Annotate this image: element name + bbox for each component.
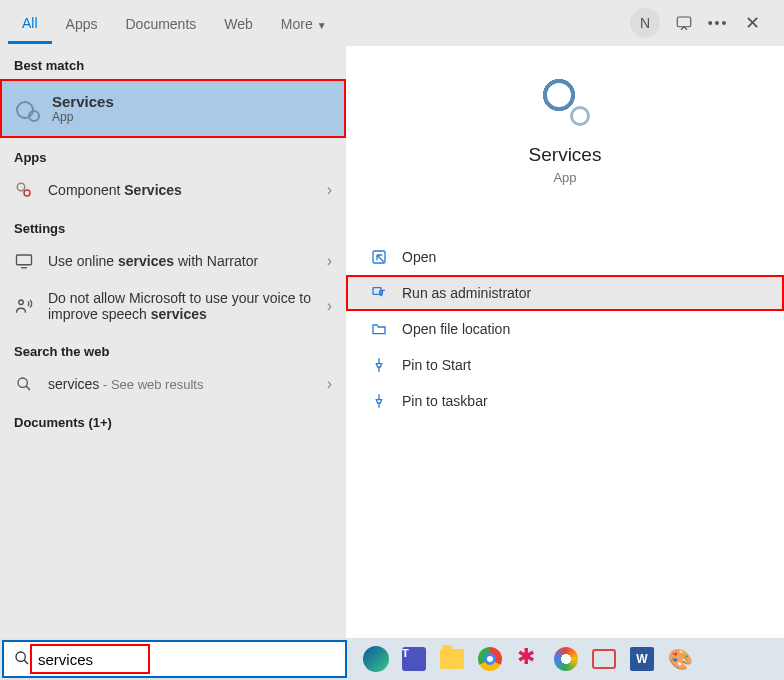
svg-point-4 [19,300,24,305]
more-options-icon[interactable]: ••• [708,13,728,33]
taskbar-snip-icon[interactable] [589,644,619,674]
result-label: Do not allow Microsoft to use your voice… [48,290,313,322]
action-label: Pin to Start [402,357,471,373]
chevron-right-icon: › [327,252,332,270]
preview-subtitle: App [553,170,576,185]
monitor-icon [14,252,34,270]
action-run-as-administrator[interactable]: Run as administrator [346,275,784,311]
section-settings: Settings [0,209,346,242]
pin-icon [370,392,388,410]
svg-point-2 [24,190,30,196]
tab-web[interactable]: Web [210,4,267,42]
tab-apps[interactable]: Apps [52,4,112,42]
section-best-match: Best match [0,46,346,79]
search-tabs: All Apps Documents Web More▼ N ••• ✕ [0,0,784,46]
taskbar-explorer-icon[interactable] [437,644,467,674]
web-result-services[interactable]: services - See web results › [0,365,346,403]
section-apps: Apps [0,138,346,171]
chevron-right-icon: › [327,375,332,393]
svg-rect-3 [17,255,32,265]
folder-icon [370,320,388,338]
action-open[interactable]: Open [346,239,784,275]
action-label: Run as administrator [402,285,531,301]
result-label: Use online services with Narrator [48,253,313,269]
action-open-file-location[interactable]: Open file location [346,311,784,347]
services-icon [16,98,38,120]
user-avatar[interactable]: N [630,8,660,38]
result-label: services - See web results [48,376,313,392]
taskbar-word-icon[interactable]: W [627,644,657,674]
action-pin-to-taskbar[interactable]: Pin to taskbar [346,383,784,419]
taskbar-teams-icon[interactable]: T [399,644,429,674]
preview-title: Services [529,144,602,166]
admin-shield-icon [370,284,388,302]
taskbar-chrome-icon[interactable] [475,644,505,674]
taskbar-edge-icon[interactable] [361,644,391,674]
results-panel: Best match Services App Apps Component S… [0,46,346,638]
taskbar-slack-icon[interactable] [513,644,543,674]
tab-all[interactable]: All [8,3,52,44]
taskbar-paint-icon[interactable]: 🎨 [665,644,695,674]
preview-panel: Services App Open Run as administrator O… [346,46,784,638]
result-label: Component Services [48,182,313,198]
section-documents[interactable]: Documents (1+) [0,403,346,436]
svg-rect-0 [677,17,691,27]
svg-point-1 [17,183,25,191]
section-search-web: Search the web [0,332,346,365]
chevron-right-icon: › [327,297,332,315]
feedback-icon[interactable] [674,13,694,33]
component-services-icon [14,181,34,199]
search-icon [14,650,30,669]
action-label: Open file location [402,321,510,337]
best-match-subtitle: App [52,110,114,124]
action-label: Pin to taskbar [402,393,488,409]
pin-icon [370,356,388,374]
taskbar-google-icon[interactable] [551,644,581,674]
app-result-component-services[interactable]: Component Services › [0,171,346,209]
services-hero-icon [540,76,590,126]
best-match-title: Services [52,93,114,110]
search-icon [14,376,34,392]
taskbar: T W 🎨 [0,638,784,680]
tab-documents[interactable]: Documents [111,4,210,42]
action-label: Open [402,249,436,265]
taskbar-search[interactable] [2,640,347,678]
svg-point-8 [16,652,25,661]
setting-narrator-services[interactable]: Use online services with Narrator › [0,242,346,280]
action-pin-to-start[interactable]: Pin to Start [346,347,784,383]
tab-more[interactable]: More▼ [267,4,341,42]
close-icon[interactable]: ✕ [742,13,762,33]
setting-speech-services[interactable]: Do not allow Microsoft to use your voice… [0,280,346,332]
svg-point-5 [18,378,27,387]
chevron-down-icon: ▼ [317,20,327,31]
chevron-right-icon: › [327,181,332,199]
search-input[interactable] [38,651,335,668]
best-match-item[interactable]: Services App [0,79,346,138]
person-speaking-icon [14,297,34,315]
open-icon [370,248,388,266]
